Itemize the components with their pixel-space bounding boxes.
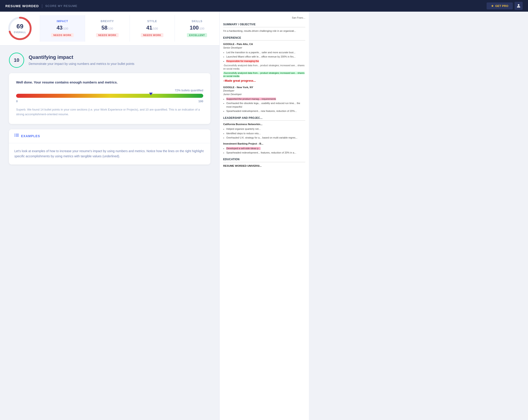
bullet-item: –Made great progress... (223, 79, 305, 83)
bullet-item: Overhauled the obsolete lega... usabilit… (226, 102, 305, 108)
category-style[interactable]: STYLE 41/100 NEEDS WORK (130, 15, 175, 42)
examples-text: Let's look at examples of how to increas… (14, 149, 205, 159)
brand-logo: RESUME WORDED (5, 4, 39, 8)
bullet-item: Developed a sell-side ideas p... (226, 147, 305, 150)
resume-role-1: Senior Developer (223, 46, 305, 49)
category-brevity-score: 58/100 (89, 25, 126, 31)
highlighted-text-green: -Successfully analyzed data from... prod… (223, 72, 305, 78)
card-description: Superb. We found 14 bullet points in you… (16, 108, 203, 117)
resume-summary-title: SUMMARY / OBJECTIVE (223, 23, 305, 27)
svg-rect-6 (14, 136, 15, 136)
strikethrough-text: –Made great progress... (223, 79, 256, 82)
bullet-item: Responsible for managing the (226, 60, 305, 63)
bullet-item: Led the transition to a paperle... safer… (226, 51, 305, 54)
svg-rect-2 (14, 134, 15, 134)
content-area: 10 Quantifying impact Demonstrate your i… (0, 45, 219, 177)
category-style-name: STYLE (133, 20, 171, 23)
examples-text-italic: specific (14, 154, 25, 158)
progress-label: 72% bullets quantified (16, 89, 203, 92)
bullet-item: Spearheaded redevelopment... features, r… (226, 151, 305, 154)
leadership-employer-1: California Business Networkin... (223, 122, 305, 126)
resume-role-2b: Junior Developer (223, 93, 305, 96)
category-impact-name: IMPACT (44, 20, 81, 23)
section-description: Demonstrate your impact by using numbers… (29, 61, 134, 66)
highlighted-text-pink-1: Supported the product manag... requireme… (226, 97, 276, 100)
bullet-item: Overhauled U.K. strategy for a... based … (226, 136, 305, 139)
overall-score: 69 OVERALL (0, 12, 40, 45)
resume-city: San Franc... (223, 16, 305, 19)
resume-bullets-2: Supported the product manag... requireme… (223, 97, 305, 113)
resume-job-1: GOOGLE - Palo Alto, CA Senior Developer … (223, 42, 305, 83)
examples-body: Let's look at examples of how to increas… (9, 143, 210, 165)
category-style-badge: NEEDS WORK (141, 33, 163, 37)
score-categories: IMPACT 43/100 NEEDS WORK BREVITY 58/100 … (40, 15, 219, 42)
category-brevity[interactable]: BREVITY 58/100 NEEDS WORK (85, 15, 130, 42)
resume-employer-2: GOOGLE - New York, NY (223, 85, 305, 89)
svg-rect-4 (14, 135, 15, 135)
resume-employer-1: GOOGLE - Palo Alto, CA (223, 42, 305, 46)
education-item-1: RESUME WORDED UNIVERSI... (223, 164, 305, 168)
svg-rect-5 (16, 135, 19, 135)
examples-icon (14, 134, 19, 139)
resume-experience-title: EXPERIENCE (223, 36, 305, 41)
get-pro-star-icon: ★ (491, 4, 494, 8)
leadership-employer-2: Investment Banking Project - B... (223, 142, 305, 145)
category-brevity-badge: NEEDS WORK (96, 33, 119, 37)
highlighted-text-red: Responsible for managing the (226, 60, 259, 62)
progress-track (16, 94, 203, 98)
score-my-resume-link[interactable]: SCORE MY RESUME (45, 4, 77, 8)
main-layout: 69 OVERALL IMPACT 43/100 NEEDS WORK BREV… (0, 12, 528, 420)
category-impact[interactable]: IMPACT 43/100 NEEDS WORK (40, 15, 85, 42)
examples-text-after: accomplishments by using metrics with ta… (25, 154, 120, 158)
category-brevity-name: BREVITY (89, 20, 126, 23)
section-header: 10 Quantifying impact Demonstrate your i… (9, 53, 210, 68)
bullet-item: Launched Miami office with le... office … (226, 55, 305, 58)
user-account-icon[interactable] (515, 2, 523, 10)
section-title-area: Quantifying impact Demonstrate your impa… (29, 54, 134, 66)
category-skills-name: SKILLS (178, 20, 216, 23)
progress-gradient (16, 94, 203, 98)
category-skills[interactable]: SKILLS 100/100 EXCELLENT (175, 15, 220, 42)
header-divider: | (42, 4, 43, 8)
svg-rect-3 (16, 134, 19, 134)
left-panel: 69 OVERALL IMPACT 43/100 NEEDS WORK BREV… (0, 12, 219, 420)
app-header: RESUME WORDED | SCORE MY RESUME ★ GET PR… (0, 0, 528, 12)
resume-leadership-title: LEADERSHIP AND PROJEC... (223, 116, 305, 121)
get-pro-label: GET PRO (495, 4, 508, 8)
leadership-item-1: California Business Networkin... Helped … (223, 122, 305, 139)
range-min: 0 (16, 100, 18, 103)
progress-range: 0 100 (16, 100, 203, 103)
well-done-title: Well done. Your resume contains enough n… (16, 80, 203, 84)
leadership-bullets-1: Helped organize quarterly net... Identif… (223, 127, 305, 139)
get-pro-button[interactable]: ★ GET PRO (487, 2, 513, 9)
category-skills-score: 100/100 (178, 25, 216, 31)
score-bar: 69 OVERALL IMPACT 43/100 NEEDS WORK BREV… (0, 12, 219, 45)
examples-card: EXAMPLES Let's look at examples of how t… (9, 129, 210, 165)
highlighted-text-pink-2: Developed a sell-side ideas p... (226, 147, 261, 150)
well-done-card: Well done. Your resume contains enough n… (9, 73, 210, 124)
examples-title: EXAMPLES (21, 134, 40, 138)
leadership-item-2: Investment Banking Project - B... Develo… (223, 142, 305, 155)
category-impact-score: 43/100 (44, 25, 81, 31)
resume-role-2a: Developer (223, 89, 305, 92)
section-number: 10 (9, 53, 24, 68)
leadership-bullets-2: Developed a sell-side ideas p... Spearhe… (223, 147, 305, 155)
score-text: 69 OVERALL (14, 23, 26, 34)
category-skills-badge: EXCELLENT (187, 33, 207, 37)
bullet-item: Spearheaded redevelopment... new feature… (226, 109, 305, 113)
overall-score-number: 69 (14, 23, 26, 30)
overall-score-label: OVERALL (14, 31, 26, 34)
bullet-item: Supported the product manag... requireme… (226, 97, 305, 101)
resume-summary-text: I'm a hardworking, results-driven challe… (223, 29, 305, 33)
resume-education-title: EDUCATION (223, 157, 305, 162)
examples-text-before: Let's look at examples of how to increas… (14, 149, 204, 153)
category-impact-badge: NEEDS WORK (51, 33, 74, 37)
category-style-score: 41/100 (133, 25, 171, 31)
bullet-item: Identified steps to reduce retu... (226, 132, 305, 135)
bullet-item: -Successfully analyzed data from... prod… (223, 71, 305, 78)
resume-bullets-1: Led the transition to a paperle... safer… (223, 51, 305, 83)
bullet-item: Helped organize quarterly net... (226, 127, 305, 131)
section-title: Quantifying impact (29, 54, 134, 60)
examples-header: EXAMPLES (9, 129, 210, 143)
right-panel: San Franc... SUMMARY / OBJECTIVE I'm a h… (219, 12, 309, 420)
